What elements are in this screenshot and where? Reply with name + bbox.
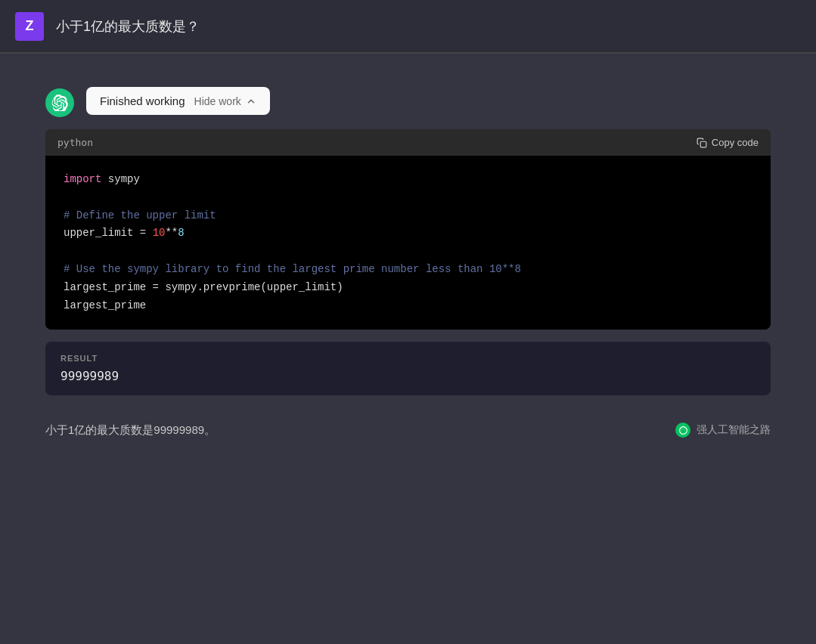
code-line-5: largest_prime = sympy.prevprime(upper_li… [64, 279, 752, 297]
user-avatar: Z [15, 12, 44, 41]
hide-work-button[interactable]: Hide work [194, 95, 256, 107]
copy-icon [697, 138, 707, 148]
code-line-6: largest_prime [64, 297, 752, 315]
code-line-4: # Use the sympy library to find the larg… [64, 261, 752, 279]
message-content: Finished working Hide work [86, 87, 771, 115]
finished-working-text: Finished working [100, 94, 185, 107]
code-line-blank-2 [64, 243, 752, 261]
openai-logo-icon [51, 94, 68, 111]
footer-text: 小于1亿的最大质数是99999989。 [45, 423, 216, 438]
header-divider [0, 53, 816, 54]
code-block-header: python Copy code [45, 129, 771, 156]
page-title: 小于1亿的最大质数是？ [56, 17, 200, 36]
code-line-2: # Define the upper limit [64, 207, 752, 225]
wechat-icon [675, 423, 690, 438]
finished-working-pill: Finished working Hide work [86, 87, 270, 115]
code-line-3: upper_limit = 10**8 [64, 224, 752, 243]
header: Z 小于1亿的最大质数是？ [0, 0, 816, 53]
code-line-blank-1 [64, 189, 752, 207]
watermark-text: 强人工智能之路 [697, 423, 771, 437]
assistant-avatar [45, 88, 74, 117]
svg-rect-0 [700, 141, 706, 147]
result-value: 99999989 [61, 369, 755, 383]
result-block: RESULT 99999989 [45, 342, 771, 395]
code-block: python Copy code import sympy # Define t… [45, 129, 771, 330]
code-language: python [57, 137, 93, 148]
main-content: Finished working Hide work python Copy c… [0, 69, 816, 456]
code-content: import sympy # Define the upper limit up… [45, 156, 771, 330]
footer-row: 小于1亿的最大质数是99999989。 强人工智能之路 [45, 410, 771, 438]
watermark: 强人工智能之路 [675, 423, 771, 438]
code-line-1: import sympy [64, 171, 752, 189]
result-label: RESULT [61, 354, 755, 363]
chevron-up-icon [246, 96, 256, 107]
copy-code-button[interactable]: Copy code [697, 137, 759, 148]
message-row: Finished working Hide work [45, 87, 771, 117]
